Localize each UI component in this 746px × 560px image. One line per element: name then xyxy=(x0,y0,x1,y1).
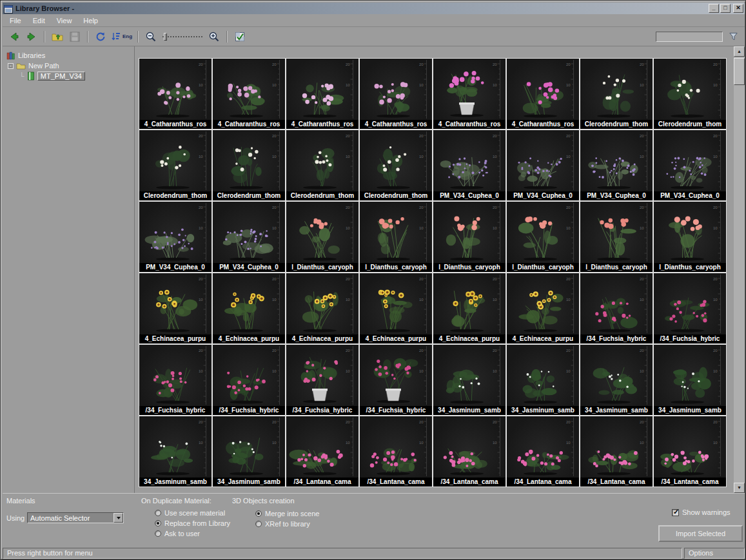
options-button[interactable]: Options xyxy=(684,548,745,559)
thumbnail-jasminum-38[interactable]: 201034_Jasminum_samb xyxy=(580,345,653,415)
thumbnail-lantana-42[interactable]: 2010/34_Lantana_cama xyxy=(286,416,358,487)
menu-bar: FileEditViewHelp xyxy=(3,14,745,27)
back-button[interactable] xyxy=(7,30,21,44)
filter-input[interactable] xyxy=(656,32,723,42)
menu-help[interactable]: Help xyxy=(77,15,104,26)
radio-ask-to-user[interactable]: Ask to user xyxy=(155,530,230,537)
thumbnail-catharanthus-5[interactable]: 20104_Catharanthus_ros xyxy=(507,59,579,129)
thumbnail-echinacea-24[interactable]: 20104_Echinacea_purpu xyxy=(139,273,211,343)
svg-text:20: 20 xyxy=(419,349,424,352)
thumbnail-cuphea-15[interactable]: 2010PM_V34_Cuphea_0 xyxy=(654,130,726,200)
thumbnail-dianthus-20[interactable]: 2010l_Dianthus_caryoph xyxy=(433,202,506,272)
scroll-up-button[interactable] xyxy=(734,46,745,57)
radio-replace-from-library[interactable]: Replace from Library xyxy=(155,519,230,527)
svg-text:10: 10 xyxy=(419,298,424,302)
thumbnail-clerodendrum-8[interactable]: 2010Clerodendrum_thom xyxy=(139,130,211,200)
thumbnail-lantana-45[interactable]: 2010/34_Lantana_cama xyxy=(507,416,579,487)
thumbnail-echinacea-26[interactable]: 20104_Echinacea_purpu xyxy=(286,273,358,343)
radio-use-scene-material[interactable]: Use scene material xyxy=(155,509,230,517)
menu-view[interactable]: View xyxy=(51,15,78,26)
zoom-in-button[interactable] xyxy=(207,30,221,44)
thumbnail-lantana-46[interactable]: 2010/34_Lantana_cama xyxy=(580,416,653,487)
forward-button[interactable] xyxy=(25,30,39,44)
thumbnail-catharanthus-2[interactable]: 20104_Catharanthus_ros xyxy=(286,59,358,129)
thumbnail-clerodendrum-11[interactable]: 2010Clerodendrum_thom xyxy=(360,130,432,200)
tree-item-new-path[interactable]: - New Path xyxy=(3,61,134,71)
thumbnail-cuphea-12[interactable]: 2010PM_V34_Cuphea_0 xyxy=(433,130,506,200)
thumbnail-catharanthus-4[interactable]: 20104_Catharanthus_ros xyxy=(433,59,506,129)
selector-dropdown-button[interactable] xyxy=(113,513,123,523)
thumbnail-dianthus-23[interactable]: 2010l_Dianthus_caryoph xyxy=(654,202,726,272)
thumbnail-cuphea-14[interactable]: 2010PM_V34_Cuphea_0 xyxy=(580,130,653,200)
maximize-button[interactable]: □ xyxy=(720,4,731,13)
show-warnings[interactable]: Show warnings xyxy=(672,508,731,516)
thumbnail-echinacea-29[interactable]: 20104_Echinacea_purpu xyxy=(507,273,579,343)
title-bar[interactable]: Library Browser - _ □ ✕ xyxy=(3,3,745,14)
refresh-button[interactable] xyxy=(93,30,108,44)
material-check-button[interactable] xyxy=(233,30,247,44)
thumbnail-lantana-44[interactable]: 2010/34_Lantana_cama xyxy=(433,416,506,487)
show-warnings-checkbox[interactable] xyxy=(672,509,679,516)
thumbnail-fuchsia-35[interactable]: 2010/34_Fuchsia_hybric xyxy=(360,345,432,415)
minimize-button[interactable]: _ xyxy=(709,4,719,13)
thumbnail-echinacea-25[interactable]: 20104_Echinacea_purpu xyxy=(213,273,285,343)
radio-xref-to-library[interactable]: XRef to library xyxy=(255,520,319,528)
thumbnail-fuchsia-30[interactable]: 2010/34_Fuchsia_hybric xyxy=(580,273,653,343)
svg-text:20: 20 xyxy=(199,206,203,209)
chevron-down-icon xyxy=(117,517,121,519)
svg-text:20: 20 xyxy=(713,134,718,138)
thumbnail-dianthus-18[interactable]: 2010l_Dianthus_caryoph xyxy=(286,202,358,272)
zoom-slider-thumb[interactable] xyxy=(164,33,167,41)
thumbnail-dianthus-21[interactable]: 2010l_Dianthus_caryoph xyxy=(507,202,579,272)
thumbnail-fuchsia-32[interactable]: 2010/34_Fuchsia_hybric xyxy=(139,345,211,415)
svg-text:20: 20 xyxy=(566,206,571,209)
scroll-down-button[interactable] xyxy=(734,483,745,493)
thumbnail-clerodendrum-7[interactable]: 2010Clerodendrum_thom xyxy=(654,59,726,129)
menu-edit[interactable]: Edit xyxy=(27,15,51,26)
vertical-scrollbar[interactable] xyxy=(734,46,745,493)
thumbnail-dianthus-19[interactable]: 2010l_Dianthus_caryoph xyxy=(360,202,432,272)
thumbnail-fuchsia-31[interactable]: 2010/34_Fuchsia_hybric xyxy=(654,273,726,343)
thumbnail-jasminum-37[interactable]: 201034_Jasminum_samb xyxy=(507,345,579,415)
thumbnail-jasminum-40[interactable]: 201034_Jasminum_samb xyxy=(139,416,211,487)
thumbnail-clerodendrum-9[interactable]: 2010Clerodendrum_thom xyxy=(213,130,285,200)
menu-file[interactable]: File xyxy=(4,15,27,26)
thumbnail-label: PM_V34_Cuphea_0 xyxy=(654,191,726,200)
svg-text:20: 20 xyxy=(640,206,644,209)
thumbnail-fuchsia-33[interactable]: 2010/34_Fuchsia_hybric xyxy=(213,345,285,415)
language-sort-button[interactable]: Eng xyxy=(111,32,132,42)
collapse-icon[interactable]: - xyxy=(8,63,14,69)
thumbnail-clerodendrum-6[interactable]: 2010Clerodendrum_thom xyxy=(580,59,653,129)
thumbnail-dianthus-22[interactable]: 2010l_Dianthus_caryoph xyxy=(580,202,653,272)
thumbnail-cuphea-16[interactable]: 2010PM_V34_Cuphea_0 xyxy=(139,202,211,272)
thumbnail-jasminum-39[interactable]: 201034_Jasminum_samb xyxy=(654,345,726,415)
tree-item-libraries[interactable]: Libraries xyxy=(3,50,134,61)
thumbnail-catharanthus-1[interactable]: 20104_Catharanthus_ros xyxy=(213,59,285,129)
scroll-thumb[interactable] xyxy=(734,58,745,85)
radio-merge-into-scene[interactable]: Merge into scene xyxy=(255,510,319,517)
filter-funnel-icon[interactable] xyxy=(726,30,740,44)
thumbnail-catharanthus-3[interactable]: 20104_Catharanthus_ros xyxy=(360,59,432,129)
thumbnail-fuchsia-34[interactable]: 2010/34_Fuchsia_hybric xyxy=(286,345,358,415)
thumbnail-clerodendrum-10[interactable]: 2010Clerodendrum_thom xyxy=(286,130,358,200)
up-folder-button[interactable] xyxy=(50,30,64,44)
thumbnail-catharanthus-0[interactable]: 20104_Catharanthus_ros xyxy=(139,59,211,129)
zoom-slider[interactable] xyxy=(162,32,202,41)
material-selector-dropdown[interactable]: Automatic Selector xyxy=(27,512,124,523)
plant-image: 2010 xyxy=(580,416,653,478)
thumbnail-echinacea-28[interactable]: 20104_Echinacea_purpu xyxy=(433,273,506,343)
thumbnail-lantana-43[interactable]: 2010/34_Lantana_cama xyxy=(360,416,432,487)
thumbnail-lantana-47[interactable]: 2010/34_Lantana_cama xyxy=(654,416,726,487)
save-button[interactable] xyxy=(68,30,82,44)
close-button[interactable]: ✕ xyxy=(733,4,743,13)
thumbnail-jasminum-41[interactable]: 201034_Jasminum_samb xyxy=(213,416,285,487)
import-selected-button[interactable]: Import Selected xyxy=(658,525,743,542)
thumbnail-echinacea-27[interactable]: 20104_Echinacea_purpu xyxy=(360,273,432,343)
svg-text:20: 20 xyxy=(419,63,424,66)
thumbnail-cuphea-13[interactable]: 2010PM_V34_Cuphea_0 xyxy=(507,130,579,200)
thumbnail-jasminum-36[interactable]: 201034_Jasminum_samb xyxy=(433,345,506,415)
tree-item-library-file[interactable]: └ MT_PM_V34 xyxy=(3,71,134,81)
thumbnail-cuphea-17[interactable]: 2010PM_V34_Cuphea_0 xyxy=(213,202,285,272)
plant-image: 2010 xyxy=(654,416,726,478)
zoom-out-button[interactable] xyxy=(144,30,158,44)
